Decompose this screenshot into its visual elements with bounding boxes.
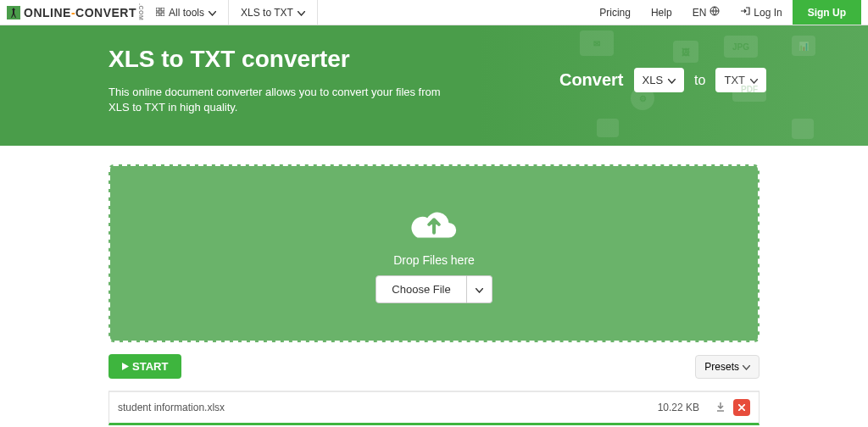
login-link[interactable]: Log In	[730, 0, 792, 25]
cloud-upload-icon	[408, 204, 460, 245]
choose-file-caret[interactable]	[467, 275, 492, 303]
to-format-value: TXT	[724, 74, 745, 86]
presets-button[interactable]: Presets	[695, 355, 760, 379]
help-link[interactable]: Help	[641, 0, 682, 25]
start-button[interactable]: START	[108, 354, 181, 379]
current-tool-label: XLS to TXT	[241, 7, 293, 19]
choose-file-button[interactable]: Choose File	[376, 275, 466, 303]
help-label: Help	[651, 7, 672, 19]
logo-com: .COM	[138, 3, 144, 20]
hero-banner: XLS to TXT converter This online documen…	[0, 25, 868, 146]
to-label: to	[694, 73, 705, 88]
chevron-down-icon	[750, 74, 758, 86]
convert-selector: Convert XLS to TXT	[559, 68, 766, 92]
from-format-value: XLS	[643, 74, 664, 86]
delete-file-button[interactable]	[733, 399, 750, 416]
chevron-down-icon	[209, 7, 216, 19]
svg-rect-2	[156, 13, 159, 16]
start-label: START	[132, 360, 168, 373]
current-tool-menu[interactable]: XLS to TXT	[229, 0, 318, 25]
grid-icon	[156, 7, 164, 19]
signup-label: Sign Up	[808, 7, 846, 19]
presets-label: Presets	[704, 361, 739, 373]
file-row: student information.xlsx 10.22 KB	[108, 391, 760, 425]
login-icon	[740, 6, 750, 19]
download-icon[interactable]	[715, 401, 726, 415]
logo[interactable]: ONLINE - CONVERT .COM	[7, 3, 144, 20]
from-format-select[interactable]: XLS	[634, 68, 685, 92]
globe-icon	[709, 6, 720, 19]
svg-rect-3	[161, 13, 164, 16]
all-tools-label: All tools	[169, 7, 204, 19]
drop-text: Drop Files here	[393, 253, 475, 267]
chevron-down-icon	[743, 361, 750, 373]
file-name: student information.xlsx	[118, 402, 649, 413]
pricing-label: Pricing	[599, 7, 631, 19]
language-selector[interactable]: EN	[682, 0, 731, 25]
lang-label: EN	[693, 7, 707, 19]
convert-label: Convert	[559, 70, 624, 90]
svg-rect-0	[156, 8, 159, 11]
play-icon	[122, 360, 129, 373]
login-label: Log In	[754, 7, 782, 19]
pricing-link[interactable]: Pricing	[589, 0, 641, 25]
action-row: START Presets	[108, 354, 760, 379]
to-format-select[interactable]: TXT	[715, 68, 766, 92]
logo-text1: ONLINE	[24, 6, 71, 19]
signup-button[interactable]: Sign Up	[793, 0, 861, 25]
page-description: This online document converter allows yo…	[108, 85, 448, 115]
chevron-down-icon	[476, 283, 483, 296]
all-tools-menu[interactable]: All tools	[144, 0, 229, 25]
svg-rect-1	[161, 8, 164, 11]
file-dropzone[interactable]: Drop Files here Choose File	[108, 164, 760, 342]
chevron-down-icon	[298, 7, 305, 19]
close-icon	[738, 402, 745, 413]
logo-text2: CONVERT	[75, 6, 136, 19]
chevron-down-icon	[668, 74, 676, 86]
file-size: 10.22 KB	[658, 402, 699, 413]
logo-icon	[7, 6, 20, 19]
